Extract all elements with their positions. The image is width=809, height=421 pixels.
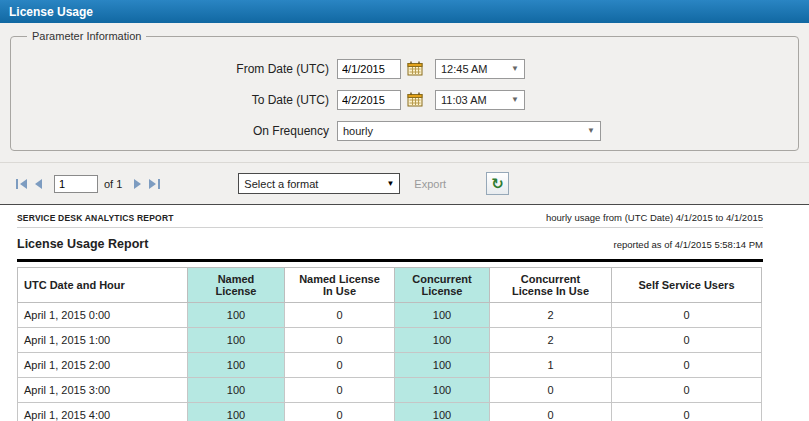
reported-as-of: reported as of 4/1/2015 5:58:14 PM (614, 239, 763, 250)
cell-value: 0 (612, 353, 762, 378)
from-date-calendar-button[interactable] (405, 59, 425, 78)
cell-value: 0 (490, 378, 612, 403)
license-usage-window: License Usage Parameter Information From… (0, 0, 809, 421)
next-page-button[interactable] (130, 177, 145, 191)
table-row: April 1, 2015 2:00100010010 (18, 353, 762, 378)
next-page-icon (134, 179, 141, 189)
page-count-label: of 1 (104, 178, 122, 190)
to-date-row: To Date (UTC) 11:03 AM ▼ (19, 89, 790, 110)
cell-value: 0 (285, 353, 395, 378)
to-time-dropdown[interactable]: 11:03 AM ▼ (435, 90, 525, 110)
from-date-label: From Date (UTC) (19, 62, 337, 76)
frequency-label: On Frequency (19, 124, 337, 138)
report-divider (17, 259, 763, 262)
cell-value: 0 (285, 403, 395, 421)
cell-date-hour: April 1, 2015 2:00 (18, 353, 188, 378)
report-meta-title: SERVICE DESK ANALYTICS REPORT (17, 213, 174, 223)
page-title: License Usage (9, 5, 93, 19)
calendar-icon (407, 61, 423, 76)
from-date-input[interactable] (337, 59, 401, 79)
column-header: Concurrent License In Use (490, 268, 612, 303)
table-body: April 1, 2015 0:00100010020April 1, 2015… (18, 303, 762, 421)
cell-value: 100 (188, 303, 285, 328)
table-row: April 1, 2015 1:00100010020 (18, 328, 762, 353)
to-time-value: 11:03 AM (441, 94, 487, 106)
report-viewer: SERVICE DESK ANALYTICS REPORT hourly usa… (0, 204, 809, 421)
cell-value: 0 (285, 328, 395, 353)
cell-value: 100 (395, 353, 490, 378)
report-toolbar: of 1 Select a format ▼ Export ↻ (0, 163, 809, 204)
refresh-button[interactable]: ↻ (486, 172, 509, 195)
cell-value: 100 (395, 328, 490, 353)
cell-value: 100 (188, 328, 285, 353)
cell-value: 0 (612, 378, 762, 403)
column-header: Concurrent License (395, 268, 490, 303)
first-page-button[interactable] (12, 177, 31, 191)
cell-value: 100 (395, 378, 490, 403)
cell-value: 0 (285, 303, 395, 328)
cell-date-hour: April 1, 2015 0:00 (18, 303, 188, 328)
to-date-calendar-button[interactable] (405, 90, 425, 109)
cell-value: 0 (612, 328, 762, 353)
cell-value: 100 (188, 403, 285, 421)
table-row: April 1, 2015 0:00100010020 (18, 303, 762, 328)
cell-value: 0 (612, 303, 762, 328)
column-header: UTC Date and Hour (18, 268, 188, 303)
cell-value: 1 (490, 353, 612, 378)
from-time-value: 12:45 AM (441, 63, 487, 75)
license-usage-table: UTC Date and HourNamed LicenseNamed Lice… (17, 267, 762, 421)
previous-page-button[interactable] (31, 177, 46, 191)
cell-value: 2 (490, 328, 612, 353)
chevron-down-icon: ▼ (511, 95, 519, 104)
parameter-section-legend: Parameter Information (27, 30, 146, 42)
report-meta-row: SERVICE DESK ANALYTICS REPORT hourly usa… (17, 209, 763, 228)
cell-value: 0 (285, 378, 395, 403)
column-header: Self Service Users (612, 268, 762, 303)
cell-value: 2 (490, 303, 612, 328)
report-title-row: License Usage Report reported as of 4/1/… (17, 228, 763, 259)
refresh-icon: ↻ (491, 176, 504, 191)
frequency-value: hourly (343, 125, 373, 137)
parameter-information-section: Parameter Information From Date (UTC) (10, 30, 799, 151)
cell-value: 0 (490, 403, 612, 421)
table-row: April 1, 2015 4:00100010000 (18, 403, 762, 421)
current-page-input[interactable] (54, 175, 98, 193)
export-link[interactable]: Export (414, 178, 446, 190)
last-page-button[interactable] (145, 177, 164, 191)
column-header: Named License (188, 268, 285, 303)
cell-date-hour: April 1, 2015 4:00 (18, 403, 188, 421)
chevron-down-icon: ▼ (511, 64, 519, 73)
cell-date-hour: April 1, 2015 3:00 (18, 378, 188, 403)
cell-value: 100 (395, 303, 490, 328)
chevron-down-icon: ▼ (587, 126, 595, 135)
window-titlebar: License Usage (0, 0, 809, 23)
to-date-label: To Date (UTC) (19, 93, 337, 107)
previous-page-icon (35, 179, 42, 189)
cell-value: 0 (612, 403, 762, 421)
frequency-dropdown[interactable]: hourly ▼ (337, 121, 601, 141)
table-header-row: UTC Date and HourNamed LicenseNamed Lice… (18, 268, 762, 303)
frequency-row: On Frequency hourly ▼ (19, 120, 790, 141)
to-date-input[interactable] (337, 90, 401, 110)
cell-date-hour: April 1, 2015 1:00 (18, 328, 188, 353)
pagination-controls: of 1 (12, 175, 164, 193)
table-row: April 1, 2015 3:00100010000 (18, 378, 762, 403)
from-time-dropdown[interactable]: 12:45 AM ▼ (435, 59, 525, 79)
first-page-icon (16, 179, 18, 189)
column-header: Named License In Use (285, 268, 395, 303)
export-format-value: Select a format (244, 178, 318, 190)
cell-value: 100 (188, 378, 285, 403)
export-format-select[interactable]: Select a format ▼ (238, 173, 400, 194)
cell-value: 100 (395, 403, 490, 421)
from-date-row: From Date (UTC) 12:45 AM ▼ (19, 58, 790, 79)
calendar-icon (407, 92, 423, 107)
report-title: License Usage Report (17, 237, 148, 251)
chevron-down-icon: ▼ (386, 179, 394, 188)
last-page-icon (149, 179, 156, 189)
report-usage-range: hourly usage from (UTC Date) 4/1/2015 to… (546, 212, 763, 223)
cell-value: 100 (188, 353, 285, 378)
